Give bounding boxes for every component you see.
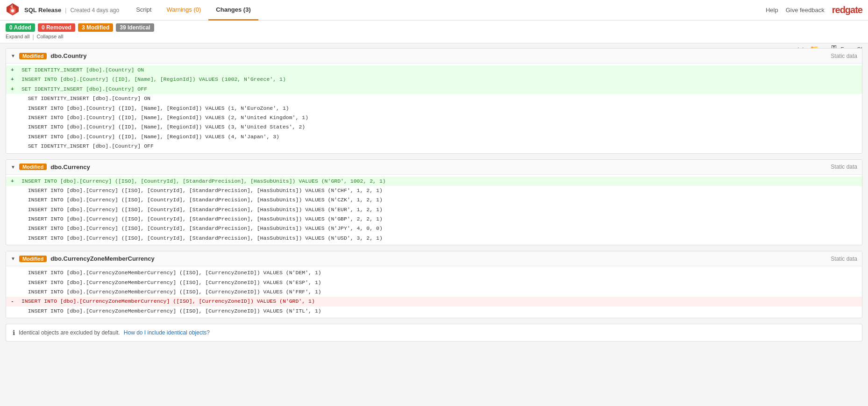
code-line: INSERT INTO [dbo].[Currency] ([ISO], [Co…: [6, 195, 862, 205]
app-logo: [6, 2, 20, 18]
header-tabs: Script Warnings (0) Changes (3): [128, 0, 766, 21]
expand-all-link[interactable]: Expand all: [6, 34, 29, 40]
section-currency-badge: Modified: [19, 164, 47, 170]
top-bar-wrapper: 0 Added 0 Removed 3 Modified 39 Identica…: [0, 21, 868, 43]
code-line: INSERT INTO [dbo].[Currency] ([ISO], [Co…: [6, 214, 862, 224]
chevron-currencyzone: ▼: [11, 256, 15, 261]
tab-script[interactable]: Script: [128, 0, 159, 21]
code-line: INSERT INTO [dbo].[Currency] ([ISO], [Co…: [6, 205, 862, 214]
tab-changes[interactable]: Changes (3): [208, 0, 258, 21]
top-bar: 0 Added 0 Removed 3 Modified 39 Identica…: [0, 21, 868, 43]
section-currencyzone-title: dbo.CurrencyZoneMemberCurrency: [50, 255, 831, 262]
svg-point-3: [11, 9, 14, 12]
redgate-logo: redgate: [832, 5, 862, 15]
code-line: INSERT INTO [dbo].[CurrencyZoneMemberCur…: [6, 268, 862, 278]
feedback-link[interactable]: Give feedback: [786, 7, 825, 14]
app-title: SQL Release: [24, 7, 61, 14]
section-currencyzone-type: Static data: [831, 256, 857, 262]
section-country-code: + SET IDENTITY_INSERT [dbo].[Country] ON…: [6, 64, 862, 153]
section-currency: ▼ Modified dbo.Currency Static data + IN…: [6, 159, 862, 246]
expand-collapse-row: Expand all | Collapse all: [6, 34, 862, 43]
code-line: INSERT INTO [dbo].[Country] ([ID], [Name…: [6, 132, 862, 142]
section-currencyzone-header[interactable]: ▼ Modified dbo.CurrencyZoneMemberCurrenc…: [6, 251, 862, 266]
info-icon: ℹ: [13, 329, 15, 336]
code-line: INSERT INTO [dbo].[Country] ([ID], [Name…: [6, 122, 862, 132]
code-line: INSERT INTO [dbo].[CurrencyZoneMemberCur…: [6, 278, 862, 287]
code-line: + INSERT INTO [dbo].[Country] ([ID], [Na…: [6, 75, 862, 84]
badges-row: 0 Added 0 Removed 3 Modified 39 Identica…: [6, 23, 862, 32]
code-line: SET IDENTITY_INSERT [dbo].[Country] OFF: [6, 142, 862, 151]
section-country-title: dbo.Country: [50, 52, 831, 59]
section-currency-header[interactable]: ▼ Modified dbo.Currency Static data: [6, 160, 862, 175]
section-currencyzone: ▼ Modified dbo.CurrencyZoneMemberCurrenc…: [6, 251, 862, 318]
help-link[interactable]: Help: [766, 7, 778, 14]
code-line: INSERT INTO [dbo].[Currency] ([ISO], [Co…: [6, 224, 862, 233]
header-subtitle: Created 4 days ago: [70, 7, 119, 14]
main-content: ▼ Modified dbo.Country Static data + SET…: [0, 43, 868, 346]
footer-note: ℹ Identical objects are excluded by defa…: [6, 324, 862, 342]
collapse-all-link[interactable]: Collapse all: [37, 34, 64, 40]
code-line: INSERT INTO [dbo].[Country] ([ID], [Name…: [6, 104, 862, 113]
header-separator: |: [65, 7, 66, 14]
modified-badge: 3 Modified: [78, 23, 113, 32]
code-line: + INSERT INTO [dbo].[Currency] ([ISO], […: [6, 177, 862, 186]
section-country-type: Static data: [831, 53, 857, 59]
footer-link[interactable]: How do I include identical objects?: [124, 329, 210, 336]
removed-badge: 0 Removed: [38, 23, 75, 32]
section-currencyzone-badge: Modified: [19, 256, 47, 262]
code-line: + SET IDENTITY_INSERT [dbo].[Country] OF…: [6, 85, 862, 94]
section-currency-type: Static data: [831, 164, 857, 170]
section-country: ▼ Modified dbo.Country Static data + SET…: [6, 48, 862, 154]
code-line: + SET IDENTITY_INSERT [dbo].[Country] ON: [6, 65, 862, 75]
header: SQL Release | Created 4 days ago Script …: [0, 0, 868, 21]
added-badge: 0 Added: [6, 23, 35, 32]
chevron-currency: ▼: [11, 164, 15, 170]
code-line: INSERT INTO [dbo].[CurrencyZoneMemberCur…: [6, 287, 862, 297]
section-currencyzone-code: INSERT INTO [dbo].[CurrencyZoneMemberCur…: [6, 266, 862, 318]
code-line: INSERT INTO [dbo].[Currency] ([ISO], [Co…: [6, 234, 862, 243]
tab-warnings[interactable]: Warnings (0): [159, 0, 208, 21]
footer-note-text: Identical objects are excluded by defaul…: [19, 329, 120, 336]
expand-collapse-sep: |: [32, 34, 34, 40]
code-line: INSERT INTO [dbo].[CurrencyZoneMemberCur…: [6, 306, 862, 316]
code-line: SET IDENTITY_INSERT [dbo].[Country] ON: [6, 94, 862, 103]
chevron-country: ▼: [11, 53, 15, 58]
section-country-badge: Modified: [19, 53, 47, 59]
header-right: Help Give feedback redgate: [766, 5, 862, 15]
code-line: INSERT INTO [dbo].[Currency] ([ISO], [Co…: [6, 186, 862, 195]
section-currency-code: + INSERT INTO [dbo].[Currency] ([ISO], […: [6, 175, 862, 245]
section-country-header[interactable]: ▼ Modified dbo.Country Static data: [6, 49, 862, 64]
section-currency-title: dbo.Currency: [50, 164, 831, 171]
code-line: INSERT INTO [dbo].[Country] ([ID], [Name…: [6, 113, 862, 122]
identical-badge: 39 Identical: [116, 23, 154, 32]
code-line: - INSERT INTO [dbo].[CurrencyZoneMemberC…: [6, 297, 862, 306]
